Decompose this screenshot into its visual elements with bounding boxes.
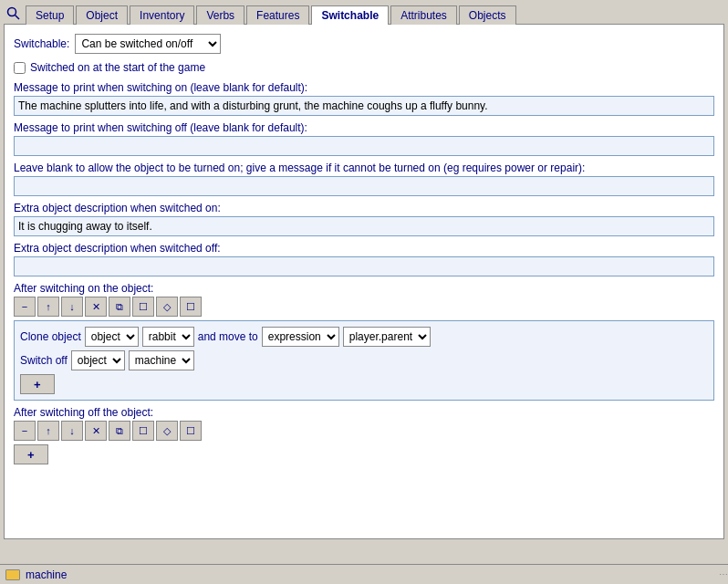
after-switch-on-block: After switching on the object: − ↑ ↓ ✕ ⧉…: [14, 282, 714, 401]
cannot-turn-on-label: Leave blank to allow the object to be tu…: [14, 162, 714, 174]
toolbar2-down-btn[interactable]: ↓: [61, 421, 83, 441]
bottom-bar: machine ⋯: [0, 564, 728, 584]
tab-features[interactable]: Features: [246, 5, 309, 25]
toolbar2-remove-btn[interactable]: −: [14, 421, 36, 441]
clone-prefix: Clone object: [20, 330, 81, 343]
toolbar-code-btn[interactable]: ◇: [156, 297, 178, 317]
msg-off-block: Message to print when switching off (lea…: [14, 121, 714, 156]
tab-inventory[interactable]: Inventory: [130, 5, 194, 25]
clone-select-target[interactable]: rabbit: [142, 327, 194, 347]
switchoff-select-type[interactable]: object: [71, 350, 125, 370]
extra-desc-on-label: Extra object description when switched o…: [14, 202, 714, 214]
tab-setup[interactable]: Setup: [26, 5, 74, 25]
toolbar2-up-btn[interactable]: ↑: [37, 421, 59, 441]
msg-off-label: Message to print when switching off (lea…: [14, 121, 714, 134]
toolbar2-delete-btn[interactable]: ✕: [85, 421, 107, 441]
tab-bar: Setup Object Inventory Verbs Features Sw…: [0, 0, 728, 24]
switchable-dropdown[interactable]: Can be switched on/off Always on Always …: [75, 34, 221, 54]
switch-off-toolbar: − ↑ ↓ ✕ ⧉ ☐ ◇ ☐: [14, 421, 714, 441]
after-switch-off-block: After switching off the object: − ↑ ↓ ✕ …: [14, 406, 714, 464]
msg-on-input[interactable]: [14, 96, 714, 116]
toolbar-box-btn[interactable]: ☐: [180, 297, 202, 317]
clone-select-moveto[interactable]: expression: [262, 327, 339, 347]
extra-desc-on-input[interactable]: [14, 216, 714, 236]
add-switch-on-action-btn[interactable]: +: [20, 374, 55, 394]
tab-objects[interactable]: Objects: [459, 5, 516, 25]
toolbar2-script-btn[interactable]: ☐: [132, 421, 154, 441]
toolbar-remove-btn[interactable]: −: [14, 297, 36, 317]
switchable-row: Switchable: Can be switched on/off Alway…: [14, 34, 714, 54]
msg-on-label: Message to print when switching on (leav…: [14, 81, 714, 94]
extra-desc-on-block: Extra object description when switched o…: [14, 202, 714, 236]
resize-grip[interactable]: ⋯: [719, 569, 728, 579]
search-icon[interactable]: [4, 4, 24, 24]
switched-on-start-row: Switched on at the start of the game: [14, 61, 714, 74]
clone-select-type[interactable]: object: [85, 327, 139, 347]
main-panel: Switchable: Can be switched on/off Alway…: [4, 24, 724, 539]
msg-off-input[interactable]: [14, 136, 714, 156]
folder-icon: [5, 569, 20, 580]
bottom-item-label: machine: [26, 568, 67, 581]
switch-on-actions: Clone object object rabbit and move to e…: [14, 320, 714, 401]
toolbar-copy-btn[interactable]: ⧉: [109, 297, 130, 317]
toolbar-up-btn[interactable]: ↑: [37, 297, 59, 317]
switchoff-select-target[interactable]: machine: [129, 350, 194, 370]
after-switch-off-label: After switching off the object:: [14, 406, 714, 419]
switchoff-prefix: Switch off: [20, 354, 68, 367]
toolbar2-copy-btn[interactable]: ⧉: [109, 421, 130, 441]
add-on-btn-wrap: +: [20, 374, 708, 394]
toolbar2-code-btn[interactable]: ◇: [156, 421, 178, 441]
svg-point-0: [8, 8, 16, 16]
clone-select-dest[interactable]: player.parent: [343, 327, 431, 347]
cannot-turn-on-block: Leave blank to allow the object to be tu…: [14, 162, 714, 196]
toolbar-script-btn[interactable]: ☐: [132, 297, 154, 317]
after-switch-on-label: After switching on the object:: [14, 282, 714, 295]
clone-action-row: Clone object object rabbit and move to e…: [20, 327, 708, 347]
msg-on-block: Message to print when switching on (leav…: [14, 81, 714, 116]
svg-line-1: [16, 16, 20, 20]
clone-midtext: and move to: [198, 330, 258, 343]
extra-desc-off-block: Extra object description when switched o…: [14, 242, 714, 276]
switchoff-action-row: Switch off object machine: [20, 350, 708, 370]
switch-on-toolbar: − ↑ ↓ ✕ ⧉ ☐ ◇ ☐: [14, 297, 714, 317]
switchable-label: Switchable:: [14, 37, 69, 50]
switched-on-start-label: Switched on at the start of the game: [30, 61, 205, 74]
toolbar2-box-btn[interactable]: ☐: [180, 421, 202, 441]
tab-attributes[interactable]: Attributes: [390, 5, 457, 25]
add-switch-off-action-btn[interactable]: +: [14, 444, 48, 464]
switched-on-start-checkbox[interactable]: [14, 62, 26, 74]
tab-object[interactable]: Object: [76, 5, 128, 25]
cannot-turn-on-input[interactable]: [14, 176, 714, 196]
toolbar-down-btn[interactable]: ↓: [61, 297, 83, 317]
add-off-btn-wrap: +: [14, 444, 714, 464]
tab-switchable[interactable]: Switchable: [311, 5, 389, 25]
toolbar-delete-btn[interactable]: ✕: [85, 297, 107, 317]
extra-desc-off-label: Extra object description when switched o…: [14, 242, 714, 255]
extra-desc-off-input[interactable]: [14, 256, 714, 276]
tab-verbs[interactable]: Verbs: [196, 5, 244, 25]
